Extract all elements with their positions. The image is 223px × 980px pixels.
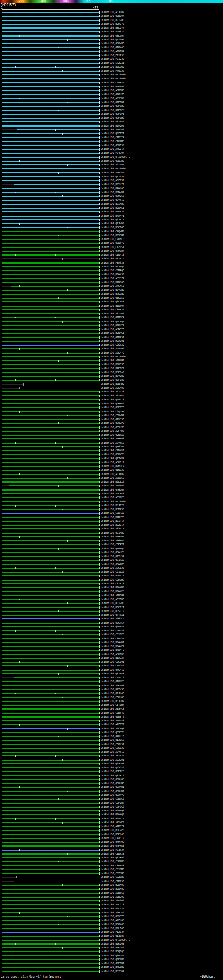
hit-bar[interactable] [2, 470, 99, 471]
hit-bar[interactable] [2, 697, 99, 698]
hit-label[interactable]: UniRef100_Q1NS20 [101, 469, 124, 472]
hit-bar[interactable] [2, 141, 99, 142]
hit-label[interactable]: UniRef100_A8N3T6 [101, 328, 124, 331]
hit-bar[interactable] [2, 607, 99, 608]
hit-bar[interactable] [2, 857, 99, 858]
hit-label[interactable]: UniRef100_P34794 [101, 151, 124, 155]
hit-bar[interactable] [2, 713, 99, 714]
hit-label[interactable]: UniRef100_A7HHD3 [101, 438, 124, 441]
hit-label[interactable]: UniRef100_Q7TY93 [101, 688, 124, 691]
hit-bar[interactable] [2, 168, 99, 169]
hit-bar[interactable] [2, 493, 99, 494]
hit-label[interactable]: UniRef100_B9WXQ9 [101, 813, 124, 816]
hit-bar[interactable] [2, 345, 99, 345]
hit-label[interactable]: UniRef100_Q0XKY2 [101, 774, 124, 777]
hit-bar[interactable] [10, 485, 99, 486]
hit-bar[interactable] [2, 783, 99, 784]
hit-label[interactable]: UniRef100_Q0XKW2 [101, 790, 124, 793]
hit-label[interactable]: UniRef100_A5G912 [101, 461, 124, 464]
hit-label[interactable]: UniRef100_C31CM5 [101, 868, 124, 871]
hit-bar[interactable] [2, 423, 99, 424]
hit-label[interactable]: UniRef100_UPI0000... [101, 156, 130, 159]
hit-bar[interactable] [2, 353, 99, 353]
hit-bar[interactable] [2, 822, 99, 823]
hit-bar[interactable] [2, 591, 99, 592]
hit-bar[interactable] [2, 137, 99, 138]
hit-label[interactable]: UniRef100_B4WMT0 [101, 649, 124, 652]
hit-label[interactable]: UniRef100_Q8BG94 [101, 14, 124, 18]
hit-bar[interactable] [2, 556, 99, 557]
hit-label[interactable]: UniRef100_B4XMY1 [101, 215, 124, 218]
hit-label[interactable]: UniRef100_Q10WQ4 [101, 547, 124, 550]
hit-label[interactable]: UniRef100_A66CC4 [101, 617, 124, 620]
hit-label[interactable]: UniRef100_C88ZU0 [101, 860, 124, 863]
hit-label[interactable]: UniRef100_Q7TTX1 [101, 614, 124, 617]
hit-label[interactable]: UniRef100_C1TLM4 [101, 704, 124, 707]
hit-bar[interactable] [2, 658, 99, 659]
hit-bar[interactable] [2, 885, 99, 886]
hit-label[interactable]: UniRef100_C3P9G6 [101, 805, 124, 808]
hit-label[interactable]: UniRef100_B9WXS9 [101, 273, 124, 276]
hit-label[interactable]: UniRef100_B9T7U8 [101, 19, 124, 22]
hit-label[interactable]: UniRef100_B1X3Z7 [101, 657, 124, 660]
hit-bar[interactable] [2, 795, 99, 796]
hit-label[interactable]: UniRef100_Q9F1W1 [101, 962, 124, 965]
hit-label[interactable]: UniRef100_B8IS84 [101, 970, 124, 973]
hit-label[interactable]: UniRef100_B7RMY0 [101, 516, 124, 519]
hit-label[interactable]: UniRef100_Q2FY41 [101, 625, 124, 628]
hit-bar[interactable] [2, 564, 99, 565]
hit-label[interactable]: UniRef100_Q3WZK3 [101, 563, 124, 566]
hit-label[interactable]: UniRef100_B5YDR9 [101, 375, 124, 378]
hit-bar[interactable] [2, 364, 99, 365]
hit-bar[interactable] [2, 818, 99, 819]
hit-label[interactable]: UniRef100_A6FNH6 [101, 359, 124, 362]
hit-bar[interactable] [2, 153, 99, 154]
hit-bar[interactable] [2, 560, 99, 561]
hit-label[interactable]: UniRef100_A9TTW5 [101, 163, 124, 167]
hit-label[interactable]: UniRef100_B8E1A9 [101, 371, 124, 374]
hit-bar[interactable] [2, 736, 99, 737]
hit-label[interactable]: UniRef100_UPI0000... [101, 939, 130, 942]
hit-bar[interactable] [2, 587, 99, 588]
hit-label[interactable]: UniRef100_A3SK93 [101, 387, 124, 390]
hit-bar[interactable] [2, 595, 99, 596]
hit-bar[interactable] [2, 83, 99, 83]
hit-bar[interactable] [2, 583, 99, 584]
hit-bar[interactable] [2, 611, 99, 612]
hit-label[interactable]: UniRef100_C8PPE3 [101, 864, 124, 867]
hit-bar[interactable] [2, 446, 99, 447]
hit-label[interactable]: UniRef100_C31LX6 [101, 571, 124, 574]
hit-label[interactable]: UniRef100_Q4PPR0 [101, 845, 124, 848]
hit-bar[interactable] [2, 536, 99, 538]
hit-label[interactable]: UniRef100_B7HAD7 [101, 535, 124, 538]
hit-label[interactable]: UniRef100_C32SN3 [101, 872, 124, 875]
hit-label[interactable]: UniRef100_C31GP5 [101, 633, 124, 636]
hit-label[interactable]: UniRef100_B7K8G6 [101, 281, 124, 284]
hit-bar[interactable] [2, 787, 99, 788]
hit-bar[interactable] [2, 434, 99, 436]
hit-label[interactable]: UniRef100_B3ZD14 [101, 523, 124, 527]
hit-bar[interactable] [2, 47, 99, 48]
hit-bar[interactable] [2, 814, 99, 815]
hit-bar[interactable] [2, 490, 99, 490]
hit-bar[interactable] [2, 638, 99, 639]
hit-bar[interactable] [2, 360, 99, 361]
hit-label[interactable]: UniRef100_C7QNC3 [101, 238, 124, 241]
hit-bar[interactable] [2, 309, 99, 310]
hit-label[interactable]: UniRef100_Q7X9H7 [101, 38, 124, 41]
hit-label[interactable]: UniRef100_Q6S7D3 [101, 762, 124, 765]
hit-bar[interactable] [2, 212, 99, 212]
hit-label[interactable]: UniRef100_B9WX9B [101, 884, 124, 887]
hit-bar[interactable] [2, 654, 99, 655]
hit-bar[interactable] [2, 247, 99, 248]
hit-bar[interactable] [2, 756, 99, 756]
hit-bar[interactable] [2, 842, 99, 843]
hit-bar[interactable] [2, 62, 99, 64]
hit-bar[interactable] [2, 760, 99, 760]
hit-label[interactable]: UniRef100_C1QA10 [101, 253, 124, 256]
hit-bar[interactable] [2, 548, 99, 549]
hit-label[interactable]: UniRef100_B0CE21 [101, 606, 124, 609]
hit-label[interactable]: UniRef100_Q0F7P5 [101, 954, 124, 958]
hit-label[interactable]: UniRef100_A6D2Q0 [101, 896, 124, 899]
hit-bar[interactable] [2, 298, 99, 299]
